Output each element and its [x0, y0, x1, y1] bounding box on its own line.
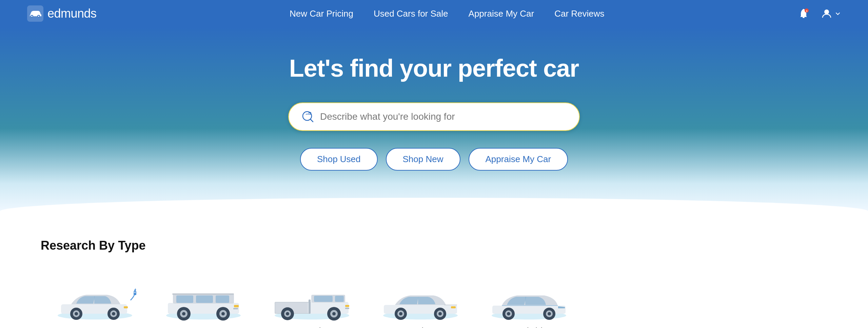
notifications-bell-icon[interactable]: 3	[797, 7, 810, 20]
user-icon	[821, 7, 833, 20]
svg-rect-64	[451, 306, 456, 308]
nav-used-cars[interactable]: Used Cars for Sale	[374, 8, 448, 19]
car-type-hybrid[interactable]: Hybrid	[475, 273, 583, 328]
quick-buttons: Shop Used Shop New Appraise My Car	[0, 148, 868, 171]
car-type-suv[interactable]: SUV	[149, 273, 258, 328]
research-section: Research By Type	[0, 211, 868, 328]
sedan-car-image	[373, 273, 468, 321]
svg-point-3	[31, 16, 33, 17]
research-title: Research By Type	[41, 238, 827, 253]
nav-reviews[interactable]: Car Reviews	[554, 8, 604, 19]
truck-car-image	[264, 273, 359, 321]
ev-car-image	[47, 273, 142, 321]
svg-rect-45	[314, 296, 333, 302]
svg-rect-57	[384, 305, 457, 314]
svg-rect-46	[335, 296, 344, 302]
svg-rect-38	[234, 305, 239, 307]
svg-rect-55	[345, 308, 349, 309]
svg-rect-5	[803, 17, 805, 18]
sedan-label: Sedan	[407, 326, 434, 328]
svg-rect-39	[233, 308, 238, 309]
car-logo-icon	[27, 5, 43, 22]
car-type-truck[interactable]: Truck	[258, 273, 366, 328]
suv-label: SUV	[194, 326, 213, 328]
hero-title: Let's find your perfect car	[0, 54, 868, 82]
svg-rect-21	[124, 306, 128, 308]
svg-point-8	[824, 9, 829, 14]
svg-rect-54	[345, 305, 349, 307]
hero-section: Let's find your perfect car ✦ Shop Used …	[0, 27, 868, 211]
svg-point-20	[112, 312, 115, 315]
hybrid-car-image	[481, 273, 576, 321]
car-type-ev[interactable]: EV	[41, 273, 149, 328]
header: edmunds New Car Pricing Used Cars for Sa…	[0, 0, 868, 27]
nav-new-car-pricing[interactable]: New Car Pricing	[290, 8, 353, 19]
search-bar-container: ✦	[0, 102, 868, 131]
svg-point-4	[38, 16, 39, 17]
suv-car-image	[156, 273, 251, 321]
main-nav: New Car Pricing Used Cars for Sale Appra…	[290, 8, 604, 19]
svg-point-37	[221, 312, 225, 315]
logo[interactable]: edmunds	[27, 5, 97, 22]
svg-rect-47	[309, 300, 311, 314]
svg-rect-28	[176, 295, 193, 303]
svg-point-34	[182, 312, 185, 315]
header-right: 3	[797, 7, 841, 20]
ev-label: EV	[88, 326, 101, 328]
svg-point-53	[332, 312, 336, 315]
appraise-my-car-button[interactable]: Appraise My Car	[469, 148, 568, 171]
svg-point-70	[507, 312, 510, 315]
nav-appraise[interactable]: Appraise My Car	[469, 8, 534, 19]
shop-new-button[interactable]: Shop New	[386, 148, 460, 171]
car-types-grid: EV	[41, 273, 827, 328]
svg-rect-31	[172, 293, 234, 295]
logo-text: edmunds	[47, 6, 97, 21]
svg-point-50	[286, 312, 289, 315]
search-bar[interactable]: ✦	[288, 102, 580, 131]
car-type-sedan[interactable]: Sedan	[366, 273, 475, 328]
search-input[interactable]	[320, 111, 567, 122]
svg-rect-29	[196, 295, 213, 303]
svg-point-60	[399, 312, 402, 315]
svg-rect-30	[216, 295, 229, 303]
svg-point-73	[548, 312, 551, 315]
ai-search-icon: ✦	[301, 110, 315, 123]
hybrid-label: Hybrid	[515, 326, 543, 328]
svg-point-17	[75, 312, 78, 315]
svg-line-10	[310, 119, 313, 122]
chevron-down-icon	[835, 11, 841, 17]
svg-text:3: 3	[806, 9, 808, 13]
svg-point-63	[438, 312, 442, 315]
shop-used-button[interactable]: Shop Used	[300, 148, 378, 171]
truck-label: Truck	[300, 326, 324, 328]
svg-text:✦: ✦	[309, 113, 311, 115]
user-menu[interactable]	[821, 7, 841, 20]
